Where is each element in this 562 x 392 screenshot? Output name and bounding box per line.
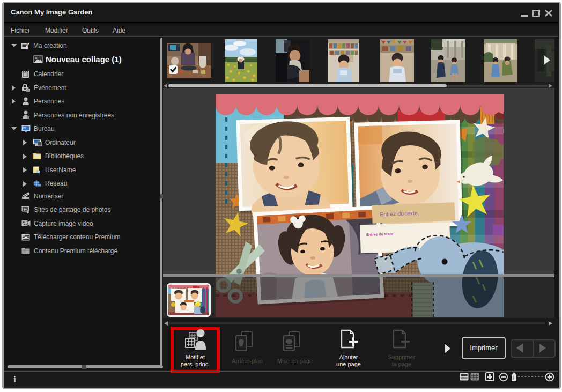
svg-text:Entrez du texte: Entrez du texte [366,232,393,236]
svg-text:Entrez du texte,: Entrez du texte, [380,210,419,218]
